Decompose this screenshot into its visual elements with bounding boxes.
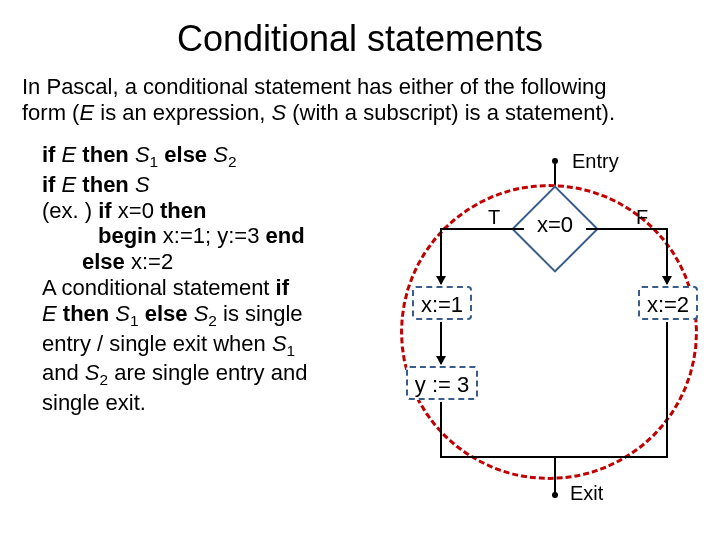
desc-l2-tail: is single [217, 301, 303, 326]
ex-body: x:=1; y:=3 [163, 223, 266, 248]
intro-e: E [79, 100, 94, 125]
if1-sub1: 1 [150, 153, 159, 170]
desc-if: if [276, 275, 289, 300]
box-y3: y := 3 [406, 366, 478, 400]
exit-line [554, 456, 556, 494]
body-text: if E then S1 else S2 if E then S (ex. ) … [22, 142, 422, 416]
if1-s2: S [213, 142, 228, 167]
ex-cond: x=0 [118, 198, 160, 223]
false-label: F [636, 206, 648, 229]
desc-l5: single exit. [42, 390, 146, 415]
box-x2: x:=2 [638, 286, 698, 320]
if2-then: then [76, 172, 135, 197]
if2-e: E [62, 172, 77, 197]
if2-if: if [42, 172, 62, 197]
intro-line-1: In Pascal, a conditional statement has e… [22, 74, 607, 99]
desc-l1: A conditional statement [42, 275, 276, 300]
if1-s1: S [135, 142, 150, 167]
exit-label: Exit [570, 482, 603, 505]
intro-line-2-suffix: (with a subscript) is a statement). [286, 100, 615, 125]
ex-label: (ex. ) [42, 198, 98, 223]
intro-s: S [271, 100, 286, 125]
if1-e: E [62, 142, 77, 167]
box-x1: x:=1 [412, 286, 472, 320]
connector-line [554, 456, 668, 458]
if1-else: else [158, 142, 213, 167]
flowchart: Entry x=0 T F x:=1 x:=2 y := 3 Exit [400, 152, 700, 512]
connector-arrow [440, 322, 442, 364]
if1-then: then [76, 142, 135, 167]
intro-text: In Pascal, a conditional statement has e… [0, 74, 720, 126]
intro-line-2-mid: is an expression, [94, 100, 271, 125]
page-title: Conditional statements [0, 0, 720, 74]
connector-arrow [666, 228, 668, 284]
entry-label: Entry [572, 150, 619, 173]
true-label: T [488, 206, 500, 229]
intro-line-2-prefix: form ( [22, 100, 79, 125]
connector-line [666, 322, 668, 458]
decision-label: x=0 [526, 212, 584, 238]
exit-dot-icon [552, 492, 558, 498]
desc-sub1: 1 [130, 313, 139, 330]
desc-else: else [139, 301, 194, 326]
desc-sub2: 2 [208, 313, 217, 330]
desc-l3-s1: S [272, 331, 287, 356]
desc-s2: S [194, 301, 209, 326]
ex-end: end [266, 223, 305, 248]
desc-e: E [42, 301, 57, 326]
ex-then: then [160, 198, 206, 223]
connector-line [440, 402, 442, 458]
ex-begin: begin [98, 223, 163, 248]
connector-line [586, 228, 668, 230]
desc-s1: S [115, 301, 130, 326]
ex-if: if [98, 198, 118, 223]
if1-if: if [42, 142, 62, 167]
desc-l4-tail: are single entry and [108, 360, 307, 385]
desc-l4-sub2: 2 [100, 372, 109, 389]
ex-else-body: x:=2 [131, 249, 173, 274]
ex-else: else [82, 249, 131, 274]
connector-line [440, 228, 524, 230]
if2-s: S [135, 172, 150, 197]
desc-then: then [57, 301, 116, 326]
desc-l4-s2: S [85, 360, 100, 385]
desc-l4-pre: and [42, 360, 85, 385]
connector-arrow [440, 228, 442, 284]
if1-sub2: 2 [228, 153, 237, 170]
connector-line [440, 456, 556, 458]
desc-l3: entry / single exit when [42, 331, 272, 356]
desc-l3-sub1: 1 [287, 342, 296, 359]
